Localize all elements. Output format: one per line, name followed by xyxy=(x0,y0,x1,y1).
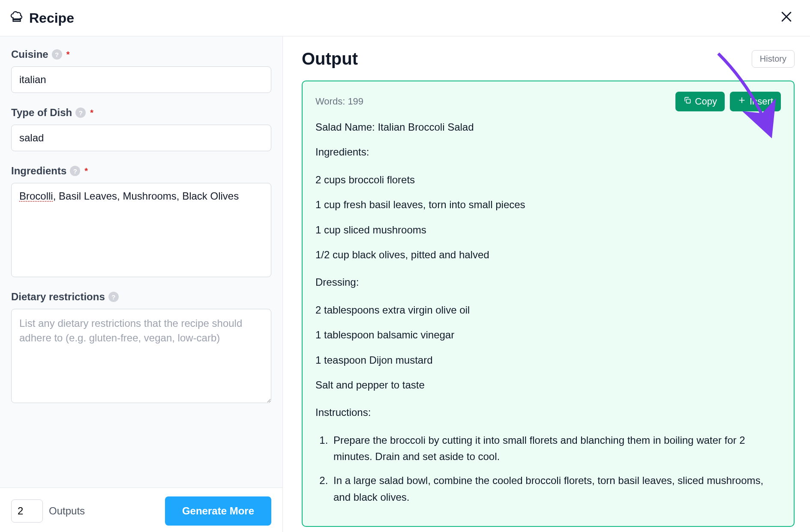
ingredient-line: 2 cups broccoli florets xyxy=(315,172,781,188)
ingredients-label: Ingredients xyxy=(11,165,66,177)
recipe-text: Salad Name: Italian Broccoli Salad Ingre… xyxy=(315,119,781,505)
output-card: Words: 199 Copy xyxy=(302,81,795,527)
instructions-header: Instructions: xyxy=(315,404,781,421)
dressing-line: 2 tablespoons extra virgin olive oil xyxy=(315,302,781,318)
dish-type-input[interactable] xyxy=(11,125,271,151)
help-icon[interactable]: ? xyxy=(108,292,119,302)
output-title: Output xyxy=(302,49,358,69)
outputs-label: Outputs xyxy=(49,505,85,517)
ingredients-textarea[interactable]: Brocolli, Basil Leaves, Mushrooms, Black… xyxy=(11,183,271,277)
required-star: * xyxy=(66,50,70,60)
ingredients-header: Ingredients: xyxy=(315,144,781,160)
help-icon[interactable]: ? xyxy=(70,166,80,176)
outputs-count-input[interactable] xyxy=(11,499,43,523)
generate-more-button[interactable]: Generate More xyxy=(165,496,271,526)
instruction-step: In a large salad bowl, combine the coole… xyxy=(331,472,781,505)
close-icon[interactable] xyxy=(776,8,797,28)
ingredient-line: 1 cup sliced mushrooms xyxy=(315,222,781,238)
modal-title: Recipe xyxy=(29,10,74,26)
required-star: * xyxy=(90,108,93,118)
svg-rect-3 xyxy=(686,99,690,103)
dressing-line: 1 tablespoon balsamic vinegar xyxy=(315,327,781,343)
ingredient-line: 1/2 cup black olives, pitted and halved xyxy=(315,247,781,263)
copy-button[interactable]: Copy xyxy=(675,92,725,111)
required-star: * xyxy=(84,166,88,176)
output-panel: Output History Words: 199 Copy xyxy=(283,36,810,532)
dietary-textarea[interactable] xyxy=(11,309,271,403)
ingredient-line: 1 cup fresh basil leaves, torn into smal… xyxy=(315,197,781,213)
instruction-step: Prepare the broccoli by cutting it into … xyxy=(331,432,781,465)
plus-icon xyxy=(738,96,746,107)
history-button[interactable]: History xyxy=(752,50,795,68)
dietary-label: Dietary restrictions xyxy=(11,291,105,303)
dressing-line: Salt and pepper to taste xyxy=(315,377,781,393)
copy-icon xyxy=(683,96,692,107)
modal-header: Recipe xyxy=(0,0,810,36)
help-icon[interactable]: ? xyxy=(52,49,62,60)
dressing-line: 1 teaspoon Dijon mustard xyxy=(315,352,781,368)
help-icon[interactable]: ? xyxy=(75,108,86,118)
form-panel: Cuisine ? * Type of Dish ? * Ingredients… xyxy=(0,36,283,532)
word-count: Words: 199 xyxy=(315,96,363,107)
insert-button-label: Insert xyxy=(750,96,773,107)
form-footer: Outputs Generate More xyxy=(0,487,282,532)
insert-button[interactable]: Insert xyxy=(730,92,781,111)
cuisine-input[interactable] xyxy=(11,66,271,93)
chef-hat-icon xyxy=(9,10,24,26)
cuisine-label: Cuisine xyxy=(11,48,48,60)
dressing-header: Dressing: xyxy=(315,274,781,290)
copy-button-label: Copy xyxy=(695,96,717,107)
recipe-name: Salad Name: Italian Broccoli Salad xyxy=(315,119,781,135)
dish-type-label: Type of Dish xyxy=(11,107,72,119)
